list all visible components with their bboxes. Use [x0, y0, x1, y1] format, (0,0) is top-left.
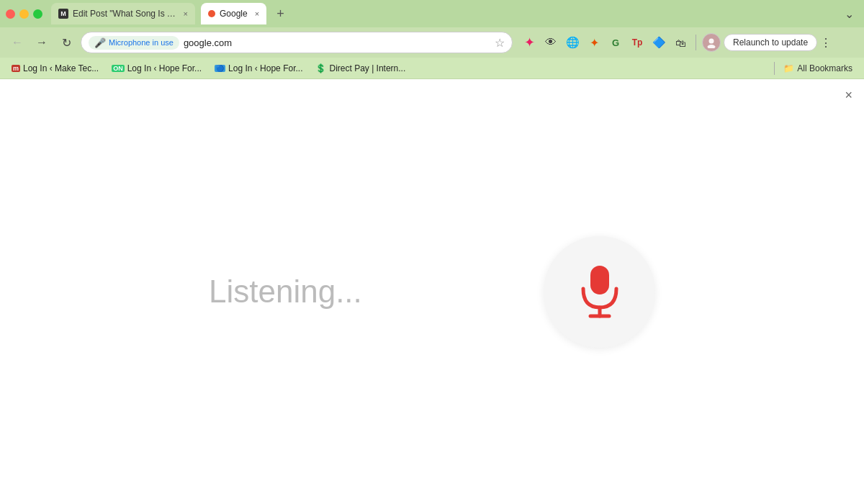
folder-icon: 📁 [783, 63, 794, 73]
svg-point-0 [709, 39, 714, 44]
svg-rect-2 [590, 266, 609, 294]
bookmark-label-direct-pay: Direct Pay | Intern... [329, 63, 405, 73]
microphone-icon [575, 263, 625, 320]
tab-label-google: Google [220, 9, 248, 19]
toolbar-icons: ✦ 👁 🌐 ✦ G Tp 🔷 🛍 Relaunch to update ⋮ [520, 33, 832, 52]
bookmark-favicon-make-tech: m [12, 65, 20, 72]
mic-in-use-badge: 🎤 Microphone in use [89, 36, 179, 50]
extension-icon-v[interactable]: 🔷 [649, 33, 668, 52]
reload-button[interactable]: ↻ [56, 32, 76, 53]
toolbar: ← → ↻ 🎤 Microphone in use google.com ☆ ✦… [0, 27, 864, 58]
back-button[interactable]: ← [7, 32, 27, 53]
forward-button[interactable]: → [32, 32, 52, 53]
tab-edit-post[interactable]: M Edit Post "What Song Is This... × [51, 3, 195, 24]
title-bar: M Edit Post "What Song Is This... × Goog… [0, 0, 864, 27]
bookmark-label-make-tech: Log In ‹ Make Tec... [23, 63, 99, 73]
tab-list-button[interactable]: ⌄ [840, 7, 858, 21]
all-bookmarks-button[interactable]: 📁 All Bookmarks [779, 62, 857, 75]
extension-icon-bag[interactable]: 🛍 [671, 33, 690, 52]
url-text: google.com [184, 37, 232, 48]
tab-label-edit-post: Edit Post "What Song Is This... [73, 9, 176, 19]
close-window-button[interactable] [6, 9, 15, 19]
tab-google[interactable]: Google × [201, 3, 266, 24]
extension-icon-2[interactable]: 👁 [541, 33, 560, 52]
listening-text: Listening... [209, 274, 362, 310]
bookmark-favicon-hope-1: ON [112, 65, 125, 72]
chrome-menu-button[interactable]: ⋮ [820, 36, 832, 50]
extension-icon-tp[interactable]: Tp [628, 33, 647, 52]
extension-icon-4[interactable]: ✦ [585, 33, 603, 52]
toolbar-divider [696, 35, 696, 50]
new-tab-button[interactable]: + [272, 3, 289, 24]
bookmark-favicon-direct-pay: 💲 [315, 63, 326, 73]
bookmark-make-tech[interactable]: m Log In ‹ Make Tec... [7, 62, 103, 75]
bookmarks-separator [774, 62, 775, 75]
voice-search-container: Listening... [180, 236, 684, 348]
bookmark-star-button[interactable]: ☆ [495, 36, 505, 50]
recording-indicator [208, 10, 215, 17]
bookmark-direct-pay[interactable]: 💲 Direct Pay | Intern... [311, 62, 410, 75]
extension-icon-5[interactable]: G [606, 33, 625, 52]
mic-circle[interactable] [544, 236, 655, 348]
mic-badge-label: Microphone in use [109, 38, 174, 47]
relaunch-label: Relaunch to update [733, 37, 808, 48]
page-content: × Listening... [0, 79, 864, 504]
profile-avatar[interactable] [702, 33, 721, 52]
tab-favicon-edit-post: M [58, 9, 68, 19]
close-overlay-button[interactable]: × [845, 88, 852, 103]
tab-close-google[interactable]: × [255, 9, 259, 18]
relaunch-button[interactable]: Relaunch to update [724, 34, 817, 51]
all-bookmarks-label: All Bookmarks [797, 63, 852, 73]
bookmark-hope-for-2[interactable]: 🔵 Log In ‹ Hope For... [210, 62, 307, 75]
maximize-window-button[interactable] [33, 9, 42, 19]
bookmark-label-hope-1: Log In ‹ Hope For... [127, 63, 202, 73]
bookmark-hope-for-1[interactable]: ON Log In ‹ Hope For... [107, 62, 206, 75]
avatar-icon [706, 37, 717, 48]
minimize-window-button[interactable] [19, 9, 29, 19]
bookmark-favicon-hope-2: 🔵 [215, 65, 225, 72]
mic-badge-icon: 🎤 [94, 37, 106, 48]
address-bar[interactable]: 🎤 Microphone in use google.com ☆ [81, 32, 513, 53]
svg-point-1 [708, 45, 716, 48]
bookmark-label-hope-2: Log In ‹ Hope For... [228, 63, 302, 73]
window-controls [6, 9, 42, 19]
extension-icon-1[interactable]: ✦ [520, 33, 539, 52]
bookmarks-bar: m Log In ‹ Make Tec... ON Log In ‹ Hope … [0, 58, 864, 79]
tab-close-edit-post[interactable]: × [184, 9, 188, 18]
extension-icon-3[interactable]: 🌐 [563, 33, 582, 52]
